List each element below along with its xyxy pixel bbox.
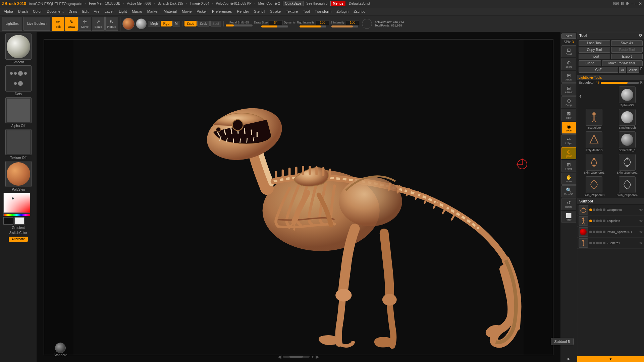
alternate-button[interactable]: Alternate	[9, 237, 28, 242]
color-picker[interactable]	[3, 193, 34, 225]
menu-item-macro[interactable]: Macro	[129, 9, 145, 14]
bpr-button[interactable]: BPR	[561, 34, 576, 39]
switch-color-label[interactable]: SwitchColor	[9, 231, 27, 235]
move-view-button[interactable]: ✋ Move	[561, 173, 576, 185]
menu-item-layer[interactable]: Layer	[102, 9, 116, 14]
scroll-left-icon[interactable]: ◀	[278, 354, 281, 359]
menu-item-movie[interactable]: Movie	[179, 9, 194, 14]
polyskin-item[interactable]: PolySkin	[1, 161, 35, 191]
draw-size-value[interactable]: 64	[269, 20, 282, 25]
scroll-right-icon[interactable]: ▶	[316, 354, 319, 359]
zoom-button[interactable]: ⊕ Zoom	[561, 58, 576, 70]
menu-item-alpha[interactable]: Alpha	[1, 9, 15, 14]
z-intensity-slider[interactable]	[331, 25, 358, 27]
skin-zsphere3-tool[interactable]: Skin_ZSphere3	[578, 176, 610, 197]
menu-item-preferences[interactable]: Preferences	[210, 9, 234, 14]
m-button[interactable]: M	[172, 21, 180, 26]
focal-shift-slider[interactable]	[226, 24, 253, 26]
menu-item-zscript[interactable]: Zscript	[351, 9, 367, 14]
texture-item[interactable]: Texture Off	[1, 129, 35, 160]
canvas-area[interactable]: ◀ ▼ ▶ Standard	[37, 32, 560, 362]
esqueleto-slider[interactable]	[601, 82, 639, 84]
strip-expand-icon[interactable]: ▶	[568, 357, 570, 361]
mrgb-button[interactable]: Mrgb	[148, 21, 160, 26]
save-as-button[interactable]: Save As	[611, 40, 643, 46]
color-hue-slider[interactable]	[3, 214, 30, 216]
rotate-tool-button[interactable]: ↻ Rotate	[105, 17, 118, 31]
cuerpotrex-visibility[interactable]: 👁	[639, 208, 643, 212]
dynamic-label[interactable]: Dynamic	[284, 21, 296, 24]
aahalf-button[interactable]: ⊟ AAHalf	[561, 83, 576, 96]
rgb-intensity-value[interactable]: 100	[316, 20, 329, 25]
scroll-button[interactable]: ⊡ Scroll	[561, 45, 576, 57]
menu-item-transform[interactable]: Transform	[312, 9, 334, 14]
subtool-action-button[interactable]: ▼	[577, 356, 644, 362]
load-tool-button[interactable]: Load Tool	[579, 40, 610, 46]
paste-tool-button[interactable]: Paste Tool	[611, 47, 643, 53]
import-button[interactable]: Import	[579, 54, 610, 59]
skin-zsphere2-tool[interactable]: Skin_ZSphere2	[611, 153, 644, 175]
menu-item-material[interactable]: Material	[161, 9, 179, 14]
skin-zsphere4-tool[interactable]: Skin_ZSphere4	[611, 176, 644, 197]
zcut-button[interactable]: Zcut	[210, 21, 221, 26]
menus-button[interactable]: Menus	[330, 1, 346, 6]
keyboard-icon[interactable]: ⌨	[613, 1, 619, 6]
material-preview[interactable]	[136, 18, 147, 29]
brush-preview[interactable]	[122, 18, 135, 30]
subtool-pm3d[interactable]: PM3D_Sphere3D1 👁	[577, 227, 644, 238]
zadd-button[interactable]: Zadd	[184, 21, 197, 26]
z-intensity-value[interactable]: 100	[346, 20, 359, 25]
menu-item-zplugin[interactable]: Zplugin	[334, 9, 351, 14]
rotate-view-button[interactable]: ↺ Rotate	[561, 198, 576, 210]
move-tool-button[interactable]: ✛ Move	[78, 17, 91, 31]
export-button[interactable]: Export	[611, 54, 643, 59]
maximize-icon[interactable]: □	[635, 1, 637, 6]
subtool-cuerpotrex[interactable]: Cuerpotrex 👁	[577, 204, 644, 216]
alpha-item[interactable]: Alpha Off	[1, 97, 35, 128]
menu-item-stencil[interactable]: Stencil	[252, 9, 267, 14]
subtool-esqueleto[interactable]: Esqueleto 👁	[577, 216, 644, 227]
copy-tool-button[interactable]: Copy Tool	[579, 47, 610, 53]
menu-item-file[interactable]: File	[91, 9, 102, 14]
draw-tool-button[interactable]: ✎ Draw	[65, 17, 78, 31]
menu-item-edit[interactable]: Edit	[80, 9, 91, 14]
dots-brush-item[interactable]: Dots	[1, 65, 35, 96]
gxyz-button[interactable]: ⊕ gXYZ	[561, 147, 576, 159]
menu-item-draw[interactable]: Draw	[66, 9, 79, 14]
rgb-intensity-slider[interactable]	[300, 25, 326, 27]
lightbox-tools-button[interactable]: Lightbox▶Tools	[577, 75, 644, 80]
skin-zsphere1-tool[interactable]: Skin_ZSphere1	[578, 153, 610, 175]
visible-button[interactable]: Visible	[627, 67, 639, 73]
menu-item-color[interactable]: Color	[31, 9, 44, 14]
live-boolean-button[interactable]: Live Boolean	[23, 17, 50, 31]
scroll-down-icon[interactable]: ▼	[311, 355, 314, 359]
menu-item-light[interactable]: Light	[116, 9, 129, 14]
tool-panel-refresh-icon[interactable]: ↺	[639, 33, 642, 38]
menu-item-marker[interactable]: Marker	[145, 9, 161, 14]
local-button[interactable]: ◉ Local	[561, 122, 576, 134]
menu-item-brush[interactable]: Brush	[16, 9, 30, 14]
sphere3d1-tool[interactable]: Sphere3D_1	[611, 131, 644, 153]
menu-item-document[interactable]: Document	[44, 9, 66, 14]
zsub-button[interactable]: Zsub	[197, 21, 209, 26]
quicksave-button[interactable]: QuickSave	[283, 1, 304, 6]
sphere3d-tool[interactable]: Sphere3D	[611, 86, 644, 108]
minimize-icon[interactable]: ─	[631, 1, 634, 6]
spix-value[interactable]: 3	[572, 40, 574, 44]
all-button[interactable]: All	[619, 67, 626, 73]
esqueleto-tool[interactable]: Esqueleto	[578, 108, 610, 130]
persp-button[interactable]: ⬡ Persp	[561, 96, 576, 108]
draw-size-slider[interactable]	[261, 25, 288, 27]
zoom3d-button[interactable]: 🔍 Zoom3D	[561, 185, 576, 197]
menu-item-texture[interactable]: Texture	[283, 9, 300, 14]
zsphere1-visibility[interactable]: 👁	[639, 241, 643, 245]
menu-item-stroke[interactable]: Stroke	[268, 9, 283, 14]
edit-tool-button[interactable]: ✏ Edit	[52, 17, 64, 31]
close-icon[interactable]: ✕	[639, 1, 642, 6]
scale-tool-button[interactable]: ⤢ Scale	[92, 17, 105, 31]
floor-button[interactable]: ⊠ Floor	[561, 109, 576, 121]
symmetry-indicator[interactable]	[362, 19, 372, 29]
actual-button[interactable]: ⊞ Actual	[561, 71, 576, 83]
scroll-bar[interactable]	[283, 356, 310, 358]
black-swatch[interactable]	[3, 217, 13, 225]
